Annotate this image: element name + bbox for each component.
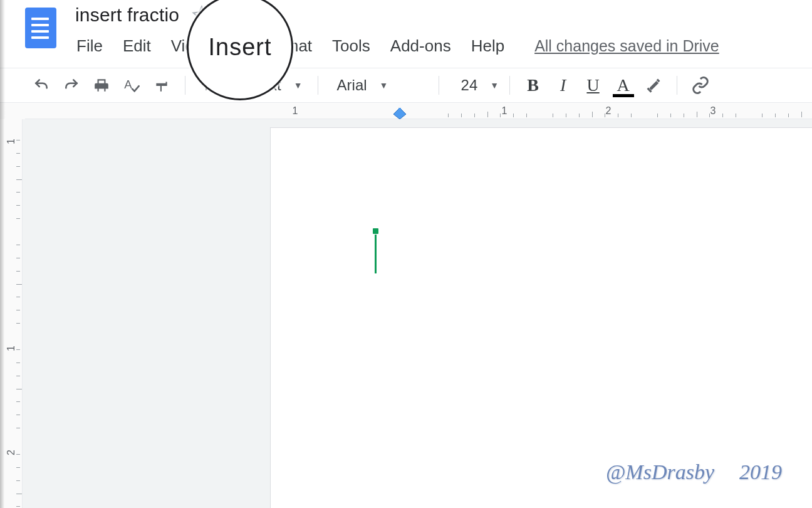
document-title[interactable]: insert fractio	[75, 2, 179, 28]
indent-marker[interactable]	[393, 108, 406, 119]
menubar: File Edit Vie Insert Fmat Tools Add-ons …	[75, 30, 719, 58]
magnifier-label: Insert	[208, 34, 271, 61]
window-left-shadow	[0, 0, 5, 508]
toolbar-separator	[318, 76, 318, 95]
text-cursor	[375, 235, 377, 273]
toolbar-separator	[509, 76, 510, 95]
page[interactable]	[271, 128, 812, 508]
insert-link-button[interactable]	[687, 72, 714, 98]
font-combo[interactable]: Arial ▼	[328, 72, 429, 98]
ruler-label: 1	[502, 105, 508, 117]
chevron-down-icon: ▼	[294, 80, 303, 90]
bold-button[interactable]: B	[520, 72, 546, 98]
menu-addons[interactable]: Add-ons	[389, 34, 452, 58]
toolbar-separator	[439, 76, 439, 95]
ruler-label: 3	[710, 105, 716, 117]
menu-tools[interactable]: Tools	[331, 34, 372, 58]
svg-text:A: A	[124, 78, 132, 91]
title-and-menubar: insert fractio File Edit Vie Insert Fmat…	[75, 0, 719, 58]
vruler-label: 2	[6, 450, 17, 455]
svg-rect-3	[398, 108, 401, 110]
font-size-value: 24	[461, 77, 478, 94]
ruler-label: 1	[293, 105, 298, 117]
highlight-button[interactable]	[640, 72, 667, 98]
font-size-combo[interactable]: 24 ▼	[449, 72, 499, 98]
italic-button[interactable]: I	[550, 72, 576, 98]
title-row: insert fractio	[75, 0, 719, 30]
docs-icon[interactable]	[25, 8, 56, 48]
watermark: @MsDrasby 2019	[606, 460, 782, 484]
watermark-year: 2019	[739, 460, 782, 484]
paint-format-button[interactable]	[148, 72, 175, 98]
header: insert fractio File Edit Vie Insert Fmat…	[0, 0, 812, 68]
toolbar: A Normal text ▼ Arial ▼ 24 ▼ B I U A	[0, 68, 812, 103]
underline-button[interactable]: U	[580, 72, 606, 98]
menu-file[interactable]: File	[75, 34, 104, 58]
chevron-down-icon: ▼	[380, 80, 388, 90]
vruler-label: 1	[6, 139, 17, 144]
ruler-label: 2	[606, 105, 612, 117]
spellcheck-button[interactable]: A	[118, 72, 145, 98]
document-canvas[interactable]	[23, 119, 812, 508]
vruler-label: 1	[6, 346, 17, 351]
horizontal-ruler[interactable]: 1 1 2 3 4	[0, 103, 812, 119]
vertical-ruler[interactable]: 1 1 2	[5, 119, 23, 508]
print-button[interactable]	[88, 72, 115, 98]
watermark-handle: @MsDrasby	[606, 460, 714, 484]
menu-edit[interactable]: Edit	[122, 34, 152, 58]
font-combo-label: Arial	[337, 77, 367, 94]
toolbar-separator	[677, 76, 677, 95]
toolbar-separator	[185, 76, 185, 95]
undo-button[interactable]	[28, 72, 55, 98]
saved-status[interactable]: All changes saved in Drive	[534, 37, 719, 55]
chevron-down-icon: ▼	[490, 80, 499, 90]
redo-button[interactable]	[58, 72, 85, 98]
text-color-button[interactable]: A	[610, 72, 637, 98]
menu-help[interactable]: Help	[470, 34, 506, 58]
